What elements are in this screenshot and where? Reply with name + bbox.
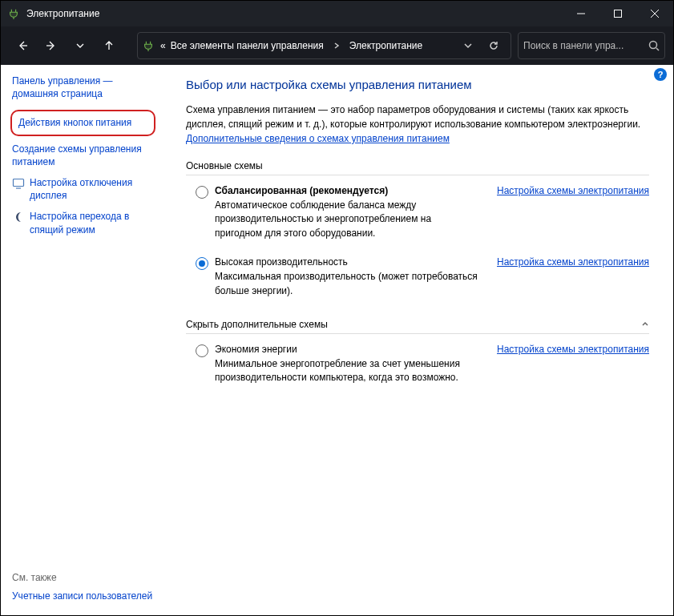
sidebar-link-create-plan[interactable]: Создание схемы управления питанием xyxy=(12,143,154,168)
svg-rect-8 xyxy=(14,179,24,186)
up-button[interactable] xyxy=(95,34,123,58)
titlebar: Электропитание xyxy=(1,1,673,26)
content-body: Панель управления — домашняя страница Де… xyxy=(1,65,673,615)
search-placeholder: Поиск в панели упра... xyxy=(523,40,644,51)
maximize-button[interactable] xyxy=(599,1,636,26)
plan-power-saver-name: Экономия энергии xyxy=(215,344,481,355)
help-icon[interactable]: ? xyxy=(654,68,667,81)
hide-additional-plans-toggle[interactable]: Скрыть дополнительные схемы xyxy=(186,319,649,334)
see-also-label: См. также xyxy=(12,572,154,583)
address-icon xyxy=(143,40,155,51)
plan-high-performance-desc: Максимальная производительность (может п… xyxy=(215,270,481,298)
sidebar-link-sleep[interactable]: Настройка перехода в спящий режим xyxy=(12,210,154,236)
plan-balanced-name: Сбалансированная (рекомендуется) xyxy=(215,185,481,196)
moon-icon xyxy=(12,211,25,223)
sidebar-link-user-accounts[interactable]: Учетные записи пользователей xyxy=(12,590,154,602)
plan-balanced-desc: Автоматическое соблюдение баланса между … xyxy=(215,199,481,240)
plan-high-performance-option[interactable]: Высокая производительность Максимальная … xyxy=(196,256,481,298)
window-controls xyxy=(563,1,673,26)
svg-rect-1 xyxy=(615,10,622,18)
breadcrumb-segment-1[interactable]: Все элементы панели управления xyxy=(171,40,324,51)
back-button[interactable] xyxy=(9,34,36,58)
window-title: Электропитание xyxy=(26,8,99,19)
page-description: Схема управления питанием — это набор па… xyxy=(186,103,649,146)
close-button[interactable] xyxy=(636,1,673,26)
breadcrumb-segment-2[interactable]: Электропитание xyxy=(349,40,422,51)
plan-balanced: Сбалансированная (рекомендуется) Автомат… xyxy=(186,183,649,242)
svg-line-7 xyxy=(656,48,659,50)
radio-balanced[interactable] xyxy=(196,186,208,199)
plan-power-saver-option[interactable]: Экономия энергии Минимальное энергопотре… xyxy=(196,344,481,385)
refresh-button[interactable] xyxy=(482,34,506,58)
sidebar-bottom: См. также Учетные записи пользователей xyxy=(12,572,154,606)
minimize-button[interactable] xyxy=(563,1,599,26)
radio-high-performance[interactable] xyxy=(196,257,208,270)
titlebar-left: Электропитание xyxy=(1,7,99,20)
svg-point-6 xyxy=(650,42,657,49)
page-heading: Выбор или настройка схемы управления пит… xyxy=(186,78,649,91)
navigation-bar: « Все элементы панели управления Электро… xyxy=(1,26,673,65)
breadcrumb-separator-icon xyxy=(333,42,340,49)
search-icon xyxy=(648,40,660,51)
plan-high-performance-name: Высокая производительность xyxy=(215,256,481,268)
plan-power-saver: Экономия энергии Минимальное энергопотре… xyxy=(186,342,649,387)
forward-button[interactable] xyxy=(38,34,65,58)
main-panel: ? Выбор или настройка схемы управления п… xyxy=(165,65,673,615)
plan-high-performance: Высокая производительность Максимальная … xyxy=(186,255,649,300)
chevron-up-icon xyxy=(641,319,649,330)
power-options-window: Электропитание « Все элементы панели упр… xyxy=(0,0,674,616)
plan-power-saver-settings-link[interactable]: Настройка схемы электропитания xyxy=(497,344,649,355)
address-dropdown[interactable] xyxy=(456,34,480,58)
plan-power-saver-desc: Минимальное энергопотребление за счет ум… xyxy=(215,357,481,385)
plan-balanced-settings-link[interactable]: Настройка схемы электропитания xyxy=(497,185,649,196)
recent-dropdown[interactable] xyxy=(67,34,94,58)
sidebar: Панель управления — домашняя страница Де… xyxy=(1,65,165,615)
sidebar-link-power-buttons[interactable]: Действия кнопок питания xyxy=(10,110,155,135)
plan-high-performance-settings-link[interactable]: Настройка схемы электропитания xyxy=(497,256,649,268)
plan-balanced-option[interactable]: Сбалансированная (рекомендуется) Автомат… xyxy=(196,185,481,240)
sidebar-link-home[interactable]: Панель управления — домашняя страница xyxy=(12,74,154,100)
basic-plans-group-label: Основные схемы xyxy=(186,160,649,175)
search-input[interactable]: Поиск в панели упра... xyxy=(518,32,665,59)
address-tail xyxy=(456,34,506,58)
power-plug-icon xyxy=(7,7,20,20)
radio-power-saver[interactable] xyxy=(196,344,208,357)
monitor-icon xyxy=(12,177,25,190)
address-bar[interactable]: « Все элементы панели управления Электро… xyxy=(137,32,511,59)
learn-more-link[interactable]: Дополнительные сведения о схемах управле… xyxy=(186,133,450,144)
additional-plans-expander: Скрыть дополнительные схемы xyxy=(186,319,649,334)
breadcrumb-prefix: « xyxy=(160,40,166,51)
sidebar-link-display-off[interactable]: Настройка отключения дисплея xyxy=(12,176,154,202)
